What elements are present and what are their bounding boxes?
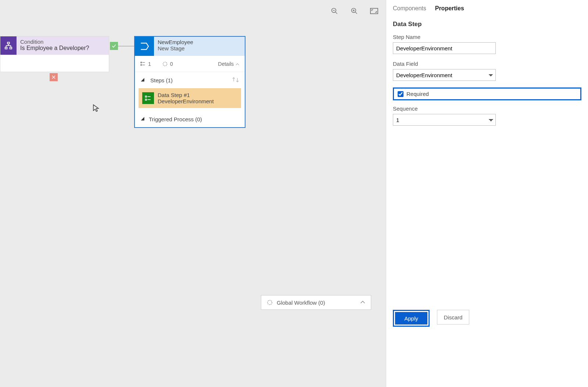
triangle-icon <box>140 116 145 122</box>
condition-type-label: Condition <box>20 39 105 45</box>
data-step-line1: Data Step #1 <box>158 92 214 98</box>
stage-header: NewEmployee New Stage <box>135 37 245 56</box>
svg-rect-17 <box>141 62 142 63</box>
fit-screen-icon[interactable] <box>370 7 379 15</box>
stage-meta: 1 0 Details <box>135 56 245 72</box>
sequence-label: Sequence <box>393 105 581 112</box>
svg-rect-27 <box>146 99 147 100</box>
condition-no-connector[interactable] <box>50 73 58 81</box>
chevron-up-icon <box>235 62 240 67</box>
sequence-select[interactable]: 1 <box>393 114 496 126</box>
chevron-up-icon[interactable] <box>360 299 366 306</box>
condition-body: Condition Is Employee a Developer? <box>17 36 109 55</box>
svg-point-21 <box>163 62 167 66</box>
panel-heading: Data Step <box>393 21 581 28</box>
data-field-select[interactable]: DeveloperEnvironment <box>393 69 496 81</box>
step-name-label: Step Name <box>393 34 581 40</box>
svg-point-30 <box>268 300 272 305</box>
data-field-label: Data Field <box>393 61 581 67</box>
zoom-in-icon[interactable] <box>350 7 359 15</box>
panel-buttons: Apply Discard <box>393 310 581 382</box>
required-label: Required <box>406 91 429 97</box>
panel-tabs: Components Properties <box>393 5 581 12</box>
circle-dashed-icon <box>266 299 273 306</box>
svg-rect-19 <box>141 64 142 65</box>
canvas-toolbar <box>330 7 379 15</box>
branch-icon <box>0 36 17 55</box>
condition-card[interactable]: Condition Is Employee a Developer? <box>0 36 109 72</box>
steps-section-header[interactable]: Steps (1) <box>135 72 245 88</box>
svg-rect-10 <box>10 47 12 49</box>
data-step-item[interactable]: Data Step #1 DeveloperEnvironment <box>139 88 241 108</box>
stage-icon <box>135 37 154 56</box>
svg-marker-22 <box>141 78 144 81</box>
svg-line-4 <box>355 12 357 14</box>
svg-marker-31 <box>93 105 98 111</box>
details-toggle[interactable]: Details <box>218 61 240 67</box>
svg-marker-29 <box>141 117 144 120</box>
svg-rect-9 <box>5 47 7 49</box>
stage-count-workflows: 0 <box>170 61 173 67</box>
reorder-arrows-icon[interactable] <box>232 76 240 84</box>
global-workflow-bar[interactable]: Global Workflow (0) <box>261 295 371 310</box>
svg-line-1 <box>336 12 337 14</box>
data-step-line2: DeveloperEnvironment <box>158 98 214 104</box>
steps-label: Steps (1) <box>150 77 173 83</box>
global-workflow-label: Global Workflow (0) <box>277 300 325 306</box>
required-checkbox[interactable] <box>398 91 404 97</box>
step-name-input[interactable] <box>393 42 496 54</box>
required-checkbox-highlight: Required <box>393 87 581 100</box>
condition-yes-connector[interactable] <box>110 42 118 50</box>
triggered-label: Triggered Process (0) <box>149 116 202 122</box>
stage-subtitle: New Stage <box>158 45 241 51</box>
svg-rect-8 <box>7 42 10 44</box>
stage-card[interactable]: NewEmployee New Stage 1 0 Details Steps … <box>134 36 245 128</box>
tab-components[interactable]: Components <box>393 5 426 12</box>
triangle-icon <box>140 77 145 83</box>
tab-properties[interactable]: Properties <box>435 5 464 12</box>
stage-title: NewEmployee <box>158 39 241 45</box>
form-icon <box>142 92 154 104</box>
cursor-icon <box>93 104 99 114</box>
list-icon <box>140 61 146 67</box>
properties-panel: Components Properties Data Step Step Nam… <box>386 0 588 387</box>
zoom-out-icon[interactable] <box>330 7 339 15</box>
condition-question: Is Employee a Developer? <box>20 45 105 51</box>
triggered-process-header[interactable]: Triggered Process (0) <box>135 111 245 127</box>
discard-button[interactable]: Discard <box>437 310 469 325</box>
circle-dashed-icon <box>162 61 168 67</box>
apply-button-highlight: Apply <box>393 310 430 327</box>
apply-button[interactable]: Apply <box>395 312 427 325</box>
stage-count-steps: 1 <box>148 61 151 67</box>
connector-line <box>118 46 134 46</box>
svg-rect-25 <box>146 96 147 97</box>
